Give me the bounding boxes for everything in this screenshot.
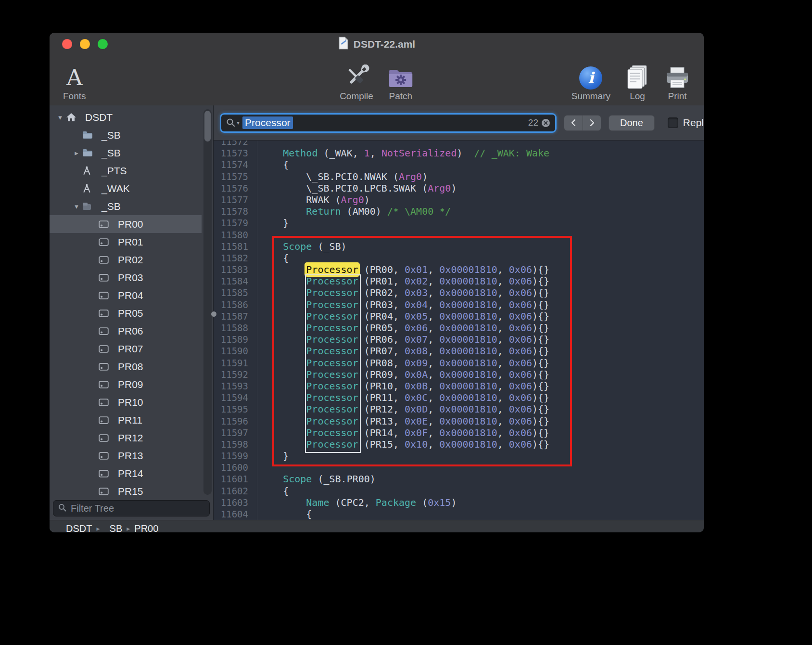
code-text: Method (_WAK, 1, NotSerialized) // _WAK:…: [257, 147, 549, 159]
tree-item-label: PR02: [118, 254, 143, 266]
find-next-button[interactable]: [583, 116, 601, 130]
splitter-handle[interactable]: [211, 311, 216, 317]
breadcrumb-item-pr00[interactable]: PR00: [134, 523, 158, 533]
code-line-11598: 11598 Processor (PR15, 0x10, 0x00001810,…: [214, 439, 704, 450]
replace-checkbox[interactable]: [668, 117, 678, 128]
log-button[interactable]: Log: [626, 64, 649, 102]
disclosure-right-icon[interactable]: ▸: [71, 149, 82, 157]
chevron-left-icon: [571, 119, 576, 127]
content-area: ▾DSDT_SB▸_SB_PTS_WAK▾_SBPR00PR01PR02PR03…: [50, 105, 704, 520]
tree-item-sb-2[interactable]: ▸_SB: [50, 144, 202, 162]
tree-item-pr00-6[interactable]: PR00: [50, 215, 202, 233]
find-navigation-segmented-control: [564, 115, 601, 131]
tree-item-pr01-7[interactable]: PR01: [50, 233, 202, 251]
processor-icon: [99, 274, 114, 282]
close-window-button[interactable]: [62, 39, 72, 49]
tree-item-pts-3[interactable]: _PTS: [50, 162, 202, 180]
code-text: Processor (PR13, 0x0E, 0x00001810, 0x06)…: [257, 415, 549, 427]
sidebar-tree: ▾DSDT_SB▸_SB_PTS_WAK▾_SBPR00PR01PR02PR03…: [50, 108, 202, 498]
code-line-11583: 11583 Processor (PR00, 0x01, 0x00001810,…: [214, 264, 704, 275]
line-number: 11586: [214, 299, 257, 310]
clear-circle-icon: [541, 118, 550, 128]
line-number: 11582: [214, 252, 257, 264]
sidebar-scrollbar[interactable]: [203, 109, 212, 495]
tree-item-label: PR15: [118, 486, 143, 497]
tree-item-pr15-21[interactable]: PR15: [50, 482, 202, 498]
disclosure-down-icon[interactable]: ▾: [54, 113, 66, 122]
tree-item-sb-5[interactable]: ▾_SB: [50, 197, 202, 215]
patch-button[interactable]: Patch: [388, 64, 414, 102]
code-text: Processor (PR14, 0x0F, 0x00001810, 0x06)…: [257, 427, 549, 439]
line-number: 11593: [214, 380, 257, 392]
code-text: Processor (PR07, 0x08, 0x00001810, 0x06)…: [257, 345, 549, 357]
compile-button[interactable]: Compile: [340, 64, 373, 102]
chevron-down-icon: ▾: [237, 119, 240, 126]
code-line-11590: 11590 Processor (PR07, 0x08, 0x00001810,…: [214, 345, 704, 357]
tree-item-pr11-17[interactable]: PR11: [50, 411, 202, 429]
tree-item-pr04-10[interactable]: PR04: [50, 286, 202, 304]
tree-item-dsdt-0[interactable]: ▾DSDT: [50, 108, 202, 126]
tree-item-label: PR12: [118, 432, 143, 444]
code-text: RWAK (Arg0): [257, 194, 370, 206]
find-query-text: Processor: [242, 116, 293, 129]
code-line-11582: 11582 {: [214, 252, 704, 264]
line-number: 11589: [214, 334, 257, 345]
tree-item-label: _SB: [102, 147, 121, 159]
tree-item-pr03-9[interactable]: PR03: [50, 269, 202, 286]
tree-item-label: PR10: [118, 397, 143, 408]
tree-item-pr09-15[interactable]: PR09: [50, 375, 202, 393]
disclosure-down-icon[interactable]: ▾: [71, 202, 82, 211]
tree-item-sb-1[interactable]: _SB: [50, 126, 202, 144]
fonts-button[interactable]: A Fonts: [63, 64, 86, 102]
code-editor[interactable]: 1157211573 Method (_WAK, 1, NotSerialize…: [214, 141, 704, 520]
code-text: Processor (PR00, 0x01, 0x00001810, 0x06)…: [257, 264, 549, 275]
code-line-11591: 11591 Processor (PR08, 0x09, 0x00001810,…: [214, 357, 704, 369]
tree-item-pr02-8[interactable]: PR02: [50, 251, 202, 269]
line-number: 11579: [214, 217, 257, 229]
find-input[interactable]: ▾ Processor 22: [220, 113, 557, 133]
tree-item-wak-4[interactable]: _WAK: [50, 180, 202, 197]
tree-item-pr06-12[interactable]: PR06: [50, 322, 202, 340]
tree-item-pr10-16[interactable]: PR10: [50, 393, 202, 411]
processor-icon: [99, 220, 114, 228]
code-text: Scope (_SB): [257, 241, 347, 252]
minimize-window-button[interactable]: [80, 39, 90, 49]
find-previous-button[interactable]: [564, 116, 583, 130]
tree-item-label: DSDT: [85, 112, 113, 123]
code-lines: 1157211573 Method (_WAK, 1, NotSerialize…: [214, 141, 704, 520]
tree-item-pr08-14[interactable]: PR08: [50, 358, 202, 375]
desktop-background: DSDT-22.aml A Fonts: [0, 0, 812, 645]
done-button[interactable]: Done: [609, 115, 655, 131]
filter-tree-input[interactable]: Filter Tree: [53, 500, 210, 516]
tree-item-pr14-20[interactable]: PR14: [50, 464, 202, 482]
tree-item-pr05-11[interactable]: PR05: [50, 304, 202, 322]
code-line-11600: 11600: [214, 462, 704, 473]
code-line-11589: 11589 Processor (PR06, 0x07, 0x00001810,…: [214, 334, 704, 345]
navigator-sidebar: ▾DSDT_SB▸_SB_PTS_WAK▾_SBPR00PR01PR02PR03…: [50, 105, 214, 520]
window-title-group: DSDT-22.aml: [338, 37, 415, 52]
line-number: 11590: [214, 345, 257, 357]
search-options-button[interactable]: ▾: [226, 118, 240, 128]
line-number: 11591: [214, 357, 257, 369]
document-icon: [338, 37, 349, 52]
print-button[interactable]: Print: [664, 64, 690, 102]
find-match: Processor: [306, 380, 358, 392]
tree-item-pr07-13[interactable]: PR07: [50, 340, 202, 358]
replace-toggle[interactable]: Replace: [668, 117, 704, 129]
code-text: {: [257, 508, 312, 520]
tree-item-pr13-19[interactable]: PR13: [50, 447, 202, 464]
code-text: Return (AM00) /* \AM00 */: [257, 206, 451, 217]
find-match: Processor: [306, 439, 358, 450]
breadcrumb-item-sb[interactable]: _SB: [104, 523, 122, 533]
scrollbar-thumb[interactable]: [204, 111, 211, 142]
find-bar: ▾ Processor 22: [214, 105, 704, 141]
tree-item-label: PR04: [118, 290, 143, 301]
tree-item-pr12-18[interactable]: PR12: [50, 429, 202, 447]
summary-button[interactable]: i Summary: [571, 64, 610, 102]
line-number: 11598: [214, 439, 257, 450]
line-number: 11594: [214, 392, 257, 403]
tree-item-label: _PTS: [102, 165, 127, 177]
clear-search-button[interactable]: [541, 118, 550, 128]
breadcrumb-item-dsdt[interactable]: DSDT: [66, 523, 92, 533]
zoom-window-button[interactable]: [98, 39, 108, 49]
